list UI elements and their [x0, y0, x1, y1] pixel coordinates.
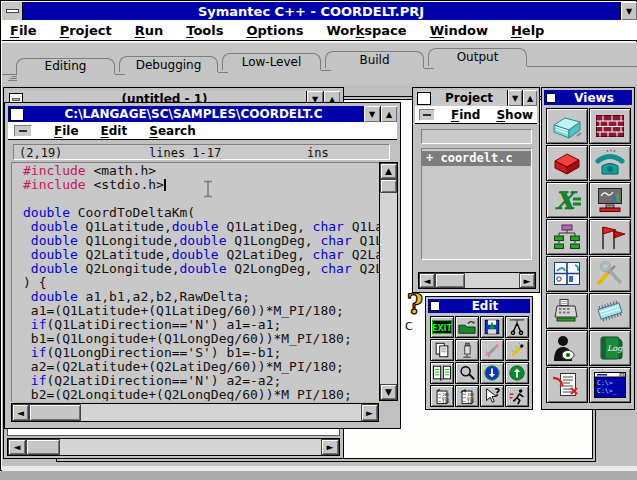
- code-line-8[interactable]: double Q2Longitude,double Q2LongDeg, cha…: [23, 262, 379, 276]
- compare-files-button[interactable]: [430, 362, 454, 384]
- project-file-list[interactable]: + coordelt.c: [421, 148, 532, 260]
- project-pane-menu-button[interactable]: [419, 109, 435, 121]
- scroll-down-button[interactable]: ▼: [380, 384, 397, 400]
- code-editor-area[interactable]: #include <math.h>#include <stdio.h> doub…: [11, 162, 379, 401]
- code-line-6[interactable]: double Q1Longitude,double Q1LongDeg, cha…: [23, 234, 379, 248]
- scroll-track[interactable]: [81, 404, 361, 421]
- telephone-button[interactable]: [589, 145, 631, 181]
- editor-menu-file[interactable]: File: [54, 124, 79, 138]
- code-line-13[interactable]: b1=(Q1Longitude+(Q1LongDeg/60))*M_PI/180…: [23, 332, 379, 346]
- code-line-17[interactable]: b2=(Q2Longitude+(Q2LongDeg/60))*M_PI/180…: [23, 388, 379, 401]
- code-line-4[interactable]: double CoordToDeltaKm(: [23, 206, 379, 220]
- search-previous-button[interactable]: [505, 362, 529, 384]
- code-line-3[interactable]: [23, 192, 379, 206]
- editor-system-menu-button[interactable]: [10, 108, 24, 121]
- edit-palette-titlebar[interactable]: Edit: [428, 299, 530, 313]
- scroll-left-button[interactable]: ◄: [8, 439, 26, 455]
- run-macro-button[interactable]: [505, 385, 529, 407]
- menu-help[interactable]: Help: [511, 23, 544, 38]
- copy-button[interactable]: [430, 339, 454, 361]
- tab-output[interactable]: Output: [428, 48, 527, 66]
- project-list-item[interactable]: + coordelt.c: [422, 151, 531, 166]
- wrench-screwdriver-button[interactable]: [589, 256, 631, 292]
- scroll-left-button[interactable]: ◄: [419, 273, 435, 288]
- tab-build[interactable]: Build: [325, 51, 424, 68]
- editor-menu-search[interactable]: Search: [149, 124, 195, 138]
- undo-button[interactable]: [480, 339, 504, 361]
- code-line-15[interactable]: a2=(Q2Latitude+(Q2LatiDeg/60))*M_PI/180;: [23, 360, 379, 374]
- window-panes-button[interactable]: [546, 256, 588, 292]
- scroll-track[interactable]: [465, 273, 519, 288]
- scroll-track[interactable]: [380, 193, 397, 384]
- editor-titlebar[interactable]: C:\LANGAGE\SC\SAMPLES\COORDELT.C ▼ ▲: [8, 106, 397, 122]
- project-maximize-button[interactable]: ▲: [522, 90, 537, 106]
- watcher-eye-button[interactable]: [546, 330, 588, 366]
- menu-options[interactable]: Options: [246, 23, 303, 38]
- dos-console-button[interactable]: C:\>C:\>_: [589, 367, 631, 403]
- scroll-right-button[interactable]: ►: [361, 404, 378, 421]
- scroll-thumb[interactable]: [380, 179, 397, 193]
- code-line-16[interactable]: if(Q2LatiDirection=='N') a2=-a2;: [23, 374, 379, 388]
- scroll-left-button[interactable]: ◄: [12, 404, 29, 421]
- redo-button[interactable]: [505, 339, 529, 361]
- scroll-thumb[interactable]: [26, 439, 60, 455]
- open-file-button[interactable]: [455, 316, 479, 338]
- org-chart-button[interactable]: [546, 219, 588, 255]
- formula-x-button[interactable]: X: [546, 182, 588, 218]
- project-menu-show[interactable]: Show: [496, 108, 533, 122]
- library-box-button[interactable]: [546, 108, 588, 144]
- tab-editing[interactable]: Editing: [16, 58, 115, 74]
- scroll-up-button[interactable]: ▲: [380, 163, 397, 179]
- edit-palette-system-menu-button[interactable]: [430, 301, 440, 311]
- menu-project[interactable]: Project: [60, 23, 112, 38]
- chart-monitor-button[interactable]: [589, 182, 631, 218]
- project-filter-input[interactable]: [421, 129, 532, 144]
- editor-pane-menu-button[interactable]: [14, 125, 32, 137]
- code-line-9[interactable]: ) {: [23, 276, 379, 290]
- code-line-2[interactable]: #include <stdio.h>: [23, 178, 379, 192]
- context-help-button[interactable]: ?: [480, 385, 504, 407]
- scroll-thumb[interactable]: [29, 404, 81, 421]
- editor-horizontal-scrollbar[interactable]: ◄ ►: [11, 403, 379, 422]
- scroll-right-button[interactable]: ►: [321, 439, 339, 455]
- brick-wall-button[interactable]: [589, 108, 631, 144]
- red-flags-button[interactable]: [589, 219, 631, 255]
- brick-button[interactable]: [546, 145, 588, 181]
- views-palette-titlebar[interactable]: Views: [544, 90, 632, 105]
- untitled-horizontal-scrollbar[interactable]: ◄ ►: [7, 438, 340, 456]
- code-line-12[interactable]: if(Q1LatiDirection=='N') a1=-a1;: [23, 318, 379, 332]
- editor-minimize-button[interactable]: ▼: [363, 106, 380, 122]
- code-line-7[interactable]: double Q2Latitude,double Q2LatiDeg, char…: [23, 248, 379, 262]
- menu-run[interactable]: Run: [135, 23, 164, 38]
- code-line-1[interactable]: #include <math.h>: [23, 164, 379, 178]
- paste-button[interactable]: [455, 339, 479, 361]
- menu-window[interactable]: Window: [430, 23, 488, 38]
- scroll-right-button[interactable]: ►: [519, 273, 535, 288]
- code-line-5[interactable]: double Q1Latitude,double Q1LatiDeg, char…: [23, 220, 379, 234]
- search-button[interactable]: [455, 362, 479, 384]
- code-line-10[interactable]: double a1,b1,a2,b2,RawDelta;: [23, 290, 379, 304]
- document-error-button[interactable]: [546, 367, 588, 403]
- editor-maximize-button[interactable]: ▲: [380, 106, 397, 122]
- search-next-button[interactable]: [480, 362, 504, 384]
- scroll-thumb[interactable]: [435, 273, 465, 288]
- menu-workspace[interactable]: Workspace: [326, 23, 406, 38]
- project-horizontal-scrollbar[interactable]: ◄ ►: [418, 272, 536, 289]
- cash-register-button[interactable]: [546, 293, 588, 329]
- menu-tools[interactable]: Tools: [186, 23, 223, 38]
- tab-low-level[interactable]: Low-Level: [222, 53, 321, 70]
- goto-binary-2-button[interactable]: 101011110: [455, 385, 479, 407]
- goto-binary-1-button[interactable]: 101011110: [430, 385, 454, 407]
- project-titlebar[interactable]: Project ▼ ▲: [415, 90, 537, 106]
- main-system-menu-button[interactable]: [2, 2, 23, 20]
- code-line-14[interactable]: if(Q1LongDirection=='S') b1=-b1;: [23, 346, 379, 360]
- exit-button[interactable]: EXIT: [430, 316, 454, 338]
- tab-debugging[interactable]: Debugging: [119, 56, 218, 72]
- views-palette-system-menu-button[interactable]: [546, 93, 556, 103]
- minimized-help-icon[interactable]: ? C: [403, 288, 427, 332]
- menu-file[interactable]: File: [10, 23, 37, 38]
- main-restore-button[interactable]: ▼: [620, 2, 637, 20]
- project-menu-find[interactable]: Find: [451, 108, 480, 122]
- log-book-button[interactable]: Log: [589, 330, 631, 366]
- cut-button[interactable]: [505, 316, 529, 338]
